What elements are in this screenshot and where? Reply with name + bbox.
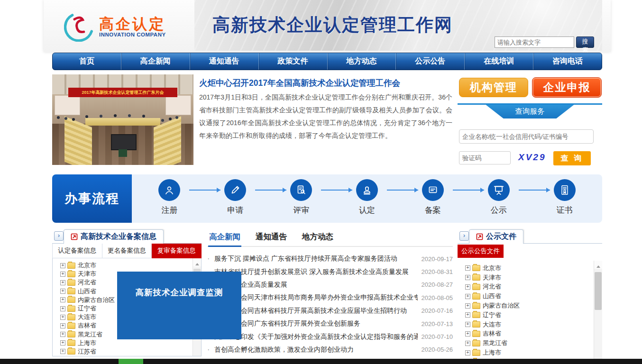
tree-expand-icon[interactable]: + [60, 297, 65, 302]
news-row[interactable]: · 吉林省科技厅提升创新发展意识 深入服务高新技术企业高质量发展 2020-08… [207, 265, 453, 278]
tree-item[interactable]: + 北京市 [60, 261, 201, 270]
publicity-panel-header: › 公示文件 [458, 229, 602, 244]
publicity-files-tab[interactable]: 公示公告文件 [458, 245, 504, 258]
tree-expand-icon[interactable]: + [60, 263, 65, 268]
tree-expand-icon[interactable]: + [465, 275, 470, 280]
nav-item[interactable]: 高企新闻 [121, 53, 190, 70]
nav-item[interactable]: 政策文件 [259, 53, 328, 70]
process-step[interactable]: 申请 [202, 174, 268, 223]
nav-item[interactable]: 首页 [53, 53, 121, 70]
folder-icon [472, 303, 480, 309]
tree-expand-icon[interactable]: + [465, 331, 470, 337]
news-date: 2020-05-26 [422, 346, 453, 353]
query-button[interactable]: 查 询 [553, 151, 591, 165]
logo-text: 高企认定 INNOVATION COMPANY [99, 17, 166, 38]
filing-panel-header: › 高新技术企业备案信息 [52, 229, 202, 244]
process-step[interactable]: 证书 [532, 174, 597, 223]
tree-item[interactable]: + 山西省 [465, 291, 602, 301]
process-step[interactable]: 认定 [334, 174, 400, 223]
news-date: 2020-09-17 [422, 255, 453, 263]
tree-item[interactable]: + 浙江省 [60, 356, 201, 356]
tree-expand-icon[interactable]: + [465, 350, 470, 355]
tree-item[interactable]: + 吉林省 [465, 329, 602, 339]
news-date: 2020-07-16 [422, 307, 453, 314]
tree-expand-icon[interactable]: + [465, 265, 470, 271]
tree-expand-icon[interactable]: + [60, 272, 65, 277]
scrollbar-thumb[interactable] [595, 272, 602, 310]
tree-item[interactable]: + 上海市 [465, 348, 602, 357]
filing-tab[interactable]: 复审备案信息 [152, 244, 202, 258]
search-button[interactable]: 搜索 [576, 36, 594, 48]
process-step-icon [290, 179, 312, 201]
tree-expand-icon[interactable]: + [60, 280, 65, 285]
filing-tab[interactable]: 认定备案信息 [53, 244, 102, 258]
scroll-up-icon[interactable] [594, 261, 602, 269]
news-date: 2020-08-27 [422, 281, 453, 288]
news-row[interactable]: · 服务下沉 摆摊设点 广东省科技厅持续开展高企专家服务团活动 2020-09-… [207, 253, 453, 265]
org-manage-button[interactable]: 机构管理 [459, 78, 528, 97]
news-tab[interactable]: 通知通告 [255, 229, 288, 247]
tree-expand-icon[interactable]: + [465, 341, 470, 346]
process-step-label: 备案 [425, 205, 441, 216]
search-input[interactable] [495, 36, 574, 48]
tree-expand-icon[interactable]: + [60, 306, 65, 311]
tree-item[interactable]: + 内蒙古自治区 [465, 301, 602, 310]
tree-item[interactable]: + 辽宁省 [465, 310, 602, 320]
tree-item[interactable]: + 河北省 [465, 282, 602, 292]
tree-expand-icon[interactable]: + [60, 315, 65, 320]
news-tab[interactable]: 地方动态 [301, 229, 334, 247]
tree-item[interactable]: + 江苏省 [60, 347, 201, 356]
scrollbar[interactable] [594, 261, 602, 364]
process-step[interactable]: 公示 [466, 174, 532, 223]
filing-panel-title: 高新技术企业备案信息 [81, 232, 156, 242]
news-row[interactable]: · 火炬中心印发《关于加强对外资企业高新技术企业认定指导和服务的通 2020-0… [207, 330, 453, 343]
scroll-up-icon[interactable] [193, 258, 201, 266]
tree-item[interactable]: + 上海市 [60, 339, 201, 347]
nav-item[interactable]: 通知通告 [190, 53, 259, 70]
tree-expand-icon[interactable]: + [465, 322, 470, 327]
tree-expand-icon[interactable]: + [465, 284, 470, 290]
tree-item[interactable]: + 大连市 [465, 320, 602, 329]
tree-expand-icon[interactable]: + [60, 340, 65, 346]
news-row[interactable]: · 火炬中心会同天津市科技局市商务局举办外资企业申报高新技术企业专 2020-0… [207, 291, 453, 304]
nav-item[interactable]: 公示公告 [396, 53, 465, 70]
nav-item[interactable]: 咨询电话 [533, 53, 602, 70]
news-tab[interactable]: 高企新闻 [208, 229, 241, 247]
news-photo[interactable]: 2017年高新技术企业认定管理工作广东片会 [52, 74, 193, 165]
folder-icon [472, 293, 480, 300]
process-step[interactable]: 评审 [268, 174, 334, 223]
enterprise-apply-button[interactable]: 企业申报 [532, 77, 602, 98]
query-service-box: 查询服务 XV29 查 询 [458, 103, 602, 171]
tree-expand-icon[interactable]: + [60, 289, 65, 294]
photo-banner-text: 2017年高新技术企业认定管理工作广东片会 [68, 88, 177, 97]
expand-button[interactable]: › [459, 231, 469, 241]
survey-popup[interactable]: 高新技术企业调查监测 [117, 272, 241, 339]
news-row[interactable]: · 首创高企孵化激励政策，激发企业内部创业动力 2020-05-26 [207, 343, 453, 356]
enterprise-name-input[interactable] [459, 129, 594, 144]
filing-tab[interactable]: 更名备案信息 [102, 244, 152, 258]
process-step[interactable]: 备案 [400, 174, 466, 223]
tree-item[interactable]: + 天津市 [465, 273, 602, 282]
news-row[interactable]: · 火炬中心会同吉林省科技厅开展高新技术企业应届毕业生招聘行动 2020-07-… [207, 304, 453, 317]
tree-expand-icon[interactable]: + [465, 312, 470, 318]
tree-expand-icon[interactable]: + [465, 303, 470, 309]
captcha-input[interactable] [459, 151, 511, 164]
tree-expand-icon[interactable]: + [465, 294, 470, 299]
tree-expand-icon[interactable]: + [60, 332, 65, 337]
process-step-icon [488, 179, 510, 201]
expand-button[interactable]: › [54, 231, 64, 241]
logo[interactable]: 高企认定 INNOVATION COMPANY [64, 10, 166, 44]
process-step[interactable]: 注册 [137, 174, 202, 223]
tree-item[interactable]: + 黑龙江省 [465, 338, 602, 348]
publicity-tree-box: + 北京市 + 天津市 + 河北省 + 山西省 [458, 261, 602, 364]
bottom-bar-green-segment [119, 359, 143, 364]
tree-item[interactable]: + 北京市 [465, 264, 602, 273]
nav-item[interactable]: 地方动态 [328, 53, 396, 70]
feature-headline[interactable]: 火炬中心召开2017年全国高新技术企业认定管理工作会 [199, 77, 453, 89]
tree-expand-icon[interactable]: + [60, 323, 65, 328]
news-row[interactable]: · 火炬中心会同广东省科技厅开展外资企业创新服务 2020-07-13 [207, 317, 453, 330]
tree-expand-icon[interactable]: + [60, 349, 65, 354]
news-row[interactable]: · 动推外资企业高质量发展 2020-08-27 [207, 278, 453, 291]
tree-item-label: 山西省 [78, 287, 96, 296]
nav-item[interactable]: 在线培训 [465, 53, 533, 70]
